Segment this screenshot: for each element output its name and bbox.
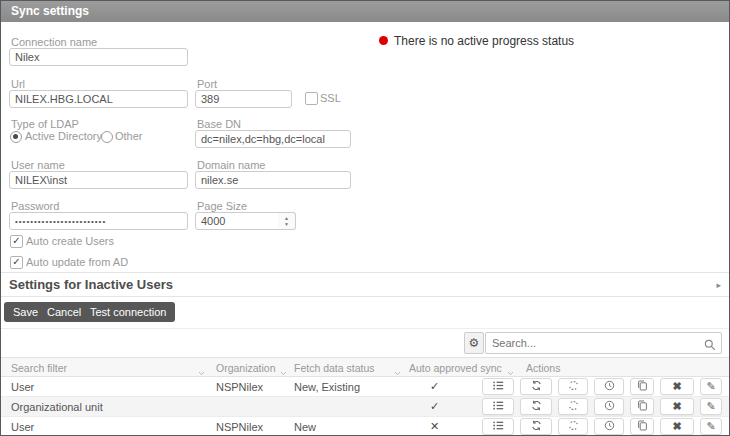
user-name-input[interactable]	[9, 171, 188, 189]
sync-button[interactable]	[520, 398, 552, 415]
type-of-ldap-label: Type of LDAP	[11, 118, 79, 130]
log-list-button[interactable]	[482, 378, 514, 395]
active-directory-radio[interactable]	[10, 131, 22, 143]
auto-create-users-checkbox[interactable]: ✓	[10, 235, 23, 248]
search-icon	[704, 337, 716, 355]
domain-name-label: Domain name	[197, 159, 265, 171]
log-list-icon	[493, 399, 504, 414]
column-actions: Actions	[526, 362, 560, 374]
log-list-button[interactable]	[482, 398, 514, 415]
partial-sync-button[interactable]	[558, 378, 588, 395]
status-dot-icon	[379, 36, 388, 45]
schedule-button[interactable]	[594, 418, 624, 435]
partial-sync-button[interactable]	[558, 418, 588, 435]
table-row[interactable]: User NSPNilex New, Existing ✓ ✖ ✎	[1, 377, 729, 397]
port-label: Port	[197, 78, 217, 90]
fetch-data-status-cell: New	[294, 421, 316, 433]
connection-name-label: Connection name	[11, 36, 97, 48]
connection-name-input[interactable]	[9, 48, 188, 66]
port-input[interactable]	[195, 90, 292, 108]
schedule-button[interactable]	[594, 378, 624, 395]
page-size-stepper[interactable]: ▲ ▼	[278, 212, 296, 230]
clock-icon	[604, 419, 615, 434]
copy-button[interactable]	[630, 398, 654, 415]
active-directory-label: Active Directory	[25, 130, 102, 142]
sync-icon	[531, 419, 542, 434]
delete-button[interactable]: ✖	[660, 398, 694, 415]
clock-icon	[604, 379, 615, 394]
password-label: Password	[11, 200, 59, 212]
grid-settings-button[interactable]: ⚙	[464, 332, 484, 354]
organization-cell: NSPNilex	[216, 421, 263, 433]
page-size-input[interactable]	[195, 212, 279, 230]
edit-pencil-icon: ✎	[706, 381, 715, 392]
inactive-users-section-title: Settings for Inactive Users	[9, 277, 173, 292]
search-input[interactable]	[485, 332, 722, 354]
delete-button[interactable]: ✖	[660, 418, 694, 435]
search-filter-cell: User	[11, 381, 34, 393]
row-actions: ✖ ✎	[482, 418, 722, 435]
table-row[interactable]: User NSPNilex New ✕ ✖ ✎	[1, 417, 729, 436]
sync-icon	[531, 399, 542, 414]
column-organization[interactable]: Organization	[216, 362, 276, 374]
auto-approved-mark: ✓	[430, 400, 439, 413]
delete-icon: ✖	[672, 421, 681, 432]
search-box	[485, 332, 722, 354]
schedule-button[interactable]	[594, 398, 624, 415]
partial-sync-icon	[568, 419, 579, 434]
column-search-filter[interactable]: Search filter	[11, 362, 67, 374]
test-connection-button[interactable]: Test connection	[81, 302, 175, 322]
partial-sync-button[interactable]	[558, 398, 588, 415]
copy-icon	[637, 419, 648, 434]
edit-button[interactable]: ✎	[700, 418, 722, 435]
fetch-data-status-cell: New, Existing	[294, 381, 360, 393]
check-icon: ✓	[12, 235, 20, 246]
auto-create-users-label: Auto create Users	[26, 235, 114, 247]
url-input[interactable]	[9, 90, 188, 108]
delete-button[interactable]: ✖	[660, 378, 694, 395]
url-label: Url	[11, 78, 25, 90]
search-filter-cell: User	[11, 421, 34, 433]
other-radio[interactable]	[101, 131, 113, 143]
column-auto-approved-sync[interactable]: Auto approved sync	[409, 362, 502, 374]
clock-icon	[604, 399, 615, 414]
base-dn-input[interactable]	[195, 130, 351, 148]
row-actions: ✖ ✎	[482, 378, 722, 395]
organization-cell: NSPNilex	[216, 381, 263, 393]
edit-pencil-icon: ✎	[706, 401, 715, 412]
auto-update-from-ad-checkbox[interactable]: ✓	[10, 256, 23, 269]
check-icon: ✓	[12, 256, 20, 267]
partial-sync-icon	[568, 379, 579, 394]
edit-pencil-icon: ✎	[706, 421, 715, 432]
base-dn-label: Base DN	[197, 118, 241, 130]
table-row[interactable]: Organizational unit ✓ ✖ ✎	[1, 397, 729, 417]
copy-button[interactable]	[630, 418, 654, 435]
log-list-button[interactable]	[482, 418, 514, 435]
column-fetch-data-status[interactable]: Fetch data status	[294, 362, 375, 374]
page-size-label: Page Size	[197, 200, 247, 212]
stepper-down-icon[interactable]: ▼	[284, 221, 289, 227]
progress-status-text: There is no active progress status	[394, 34, 574, 48]
auto-approved-mark: ✕	[430, 420, 439, 433]
table-header: Search filter Organization Fetch data st…	[1, 357, 729, 377]
ssl-checkbox[interactable]	[305, 92, 318, 105]
domain-name-input[interactable]	[195, 171, 351, 189]
sync-button[interactable]	[520, 418, 552, 435]
sync-button[interactable]	[520, 378, 552, 395]
window-title: Sync settings	[1, 1, 729, 22]
password-input[interactable]	[9, 212, 188, 230]
user-name-label: User name	[11, 159, 65, 171]
auto-update-from-ad-label: Auto update from AD	[26, 256, 128, 268]
log-list-icon	[493, 379, 504, 394]
edit-button[interactable]: ✎	[700, 378, 722, 395]
expand-arrow-icon[interactable]: ▸	[716, 280, 721, 290]
ssl-label: SSL	[320, 92, 341, 104]
divider	[1, 272, 729, 273]
sync-icon	[531, 379, 542, 394]
copy-button[interactable]	[630, 378, 654, 395]
edit-button[interactable]: ✎	[700, 398, 722, 415]
divider	[1, 328, 729, 329]
sync-settings-window: Sync settings There is no active progres…	[0, 0, 730, 436]
delete-icon: ✖	[672, 401, 681, 412]
auto-approved-mark: ✓	[430, 380, 439, 393]
